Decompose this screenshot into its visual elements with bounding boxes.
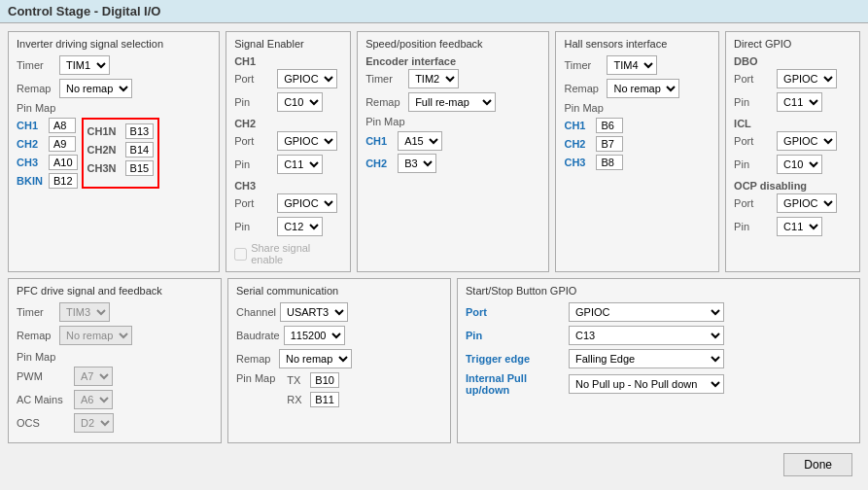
icl-pin-label: Pin: [734, 158, 773, 170]
tx-value: B10: [310, 372, 339, 388]
se-ch2-port-select[interactable]: GPIOC: [277, 131, 337, 151]
se-ch2-pin-select[interactable]: C11: [277, 155, 323, 174]
pfc-pin-map-title: Pin Map: [17, 351, 114, 363]
serial-pin-map-title: Pin Map: [236, 372, 275, 384]
title-bar: Control Stage - Digital I/O: [0, 0, 868, 23]
se-port-label: Port: [234, 73, 273, 85]
dbo-pin-label: Pin: [734, 96, 773, 108]
speed-remap-select[interactable]: Full re-map: [408, 92, 496, 112]
startstop-pin-select[interactable]: C13: [569, 326, 724, 345]
dbo-title: DBO: [734, 55, 851, 67]
se-ch3-pin-select[interactable]: C12: [277, 217, 323, 236]
rx-label: RX: [287, 394, 306, 405]
hall-panel: Hall sensors interface Timer TIM4 Remap …: [555, 31, 719, 272]
ch2-label: CH2: [17, 138, 46, 150]
pfc-pwm-select[interactable]: A7: [74, 367, 113, 386]
trigger-edge-label: Trigger edge: [466, 353, 563, 365]
se-ch3-port-label: Port: [234, 197, 273, 209]
speed-timer-label: Timer: [365, 73, 404, 85]
hall-pin-map-title: Pin Map: [564, 102, 711, 114]
ch-n-box: CH1N B13 CH2N B14 CH3N B15: [82, 118, 160, 189]
speed-pin-map-title: Pin Map: [365, 116, 540, 127]
pfc-remap-label: Remap: [17, 330, 55, 341]
startstop-port-label: Port: [466, 306, 563, 318]
se-ch3-port-select[interactable]: GPIOC: [277, 193, 337, 213]
ch2-value: A9: [49, 136, 76, 152]
ch2-section-title: CH2: [234, 118, 342, 129]
pin-row-ch3n: CH3N B15: [87, 160, 155, 176]
pfc-ocs-label: OCS: [17, 417, 70, 429]
pfc-ocs-select[interactable]: D2: [74, 413, 114, 433]
ocp-pin-select[interactable]: C11: [777, 217, 822, 236]
speed-ch1-label: CH1: [365, 135, 395, 147]
tx-label: TX: [287, 374, 306, 386]
pin-row-ch2n: CH2N B14: [87, 142, 155, 158]
hall-ch3-label: CH3: [564, 157, 593, 168]
speed-ch2-select[interactable]: B3: [398, 154, 436, 173]
speed-title: Speed/position feedback: [365, 38, 540, 50]
hall-title: Hall sensors interface: [564, 38, 711, 50]
icl-port-select[interactable]: GPIOC: [777, 131, 837, 151]
ocp-port-label: Port: [734, 197, 773, 209]
icl-pin-select[interactable]: C10: [777, 155, 822, 174]
pfc-panel: PFC drive signal and feedback Timer TIM3…: [8, 278, 222, 443]
se-ch2-pin-label: Pin: [234, 158, 273, 170]
speed-timer-select[interactable]: TIM2: [408, 69, 459, 88]
pin-row-bkin: BKIN B12: [17, 173, 78, 189]
hall-timer-select[interactable]: TIM4: [607, 55, 657, 75]
remap-label: Remap: [17, 83, 55, 94]
pin-row-ch2: CH2 A9: [17, 136, 78, 152]
pfc-title: PFC drive signal and feedback: [17, 285, 213, 297]
dbo-pin-select[interactable]: C11: [777, 92, 822, 112]
direct-gpio-panel: Direct GPIO DBO Port GPIOC Pin C11 ICL P…: [725, 31, 860, 272]
se-pin-label: Pin: [234, 96, 273, 108]
inverter-title: Inverter driving signal selection: [17, 38, 211, 50]
pfc-remap-select[interactable]: No remap: [59, 326, 132, 345]
serial-baudrate-select[interactable]: 115200: [284, 326, 345, 345]
ch3n-label: CH3N: [87, 162, 122, 174]
hall-remap-label: Remap: [564, 83, 603, 94]
se-ch1-pin-select[interactable]: C10: [277, 92, 323, 112]
ocp-pin-label: Pin: [734, 221, 773, 232]
timer-label: Timer: [17, 59, 55, 71]
pfc-ac-mains-label: AC Mains: [17, 394, 70, 405]
speed-ch2-label: CH2: [365, 158, 395, 169]
pfc-ac-mains-select[interactable]: A6: [74, 390, 113, 409]
share-signal-checkbox[interactable]: [234, 248, 247, 261]
trigger-edge-select[interactable]: Falling Edge: [569, 349, 724, 368]
se-ch3-pin-label: Pin: [234, 221, 273, 232]
ch3n-value: B15: [125, 160, 155, 176]
hall-timer-label: Timer: [564, 59, 603, 71]
hall-ch1-label: CH1: [564, 120, 593, 131]
pullup-select[interactable]: No Pull up - No Pull down: [569, 374, 724, 394]
se-ch2-port-label: Port: [234, 135, 273, 147]
share-signal-label: Share signal enable: [251, 242, 342, 265]
pin-row-ch1: CH1 A8: [17, 118, 78, 133]
pin-row-ch1n: CH1N B13: [87, 123, 155, 139]
pfc-pwm-label: PWM: [17, 370, 70, 382]
serial-title: Serial communication: [236, 285, 442, 297]
ocp-port-select[interactable]: GPIOC: [777, 193, 837, 213]
serial-remap-select[interactable]: No remap: [279, 349, 352, 368]
speed-remap-label: Remap: [365, 96, 404, 108]
timer-select[interactable]: TIM1: [59, 55, 110, 75]
ch2n-value: B14: [125, 142, 155, 158]
encoder-title: Encoder interface: [365, 55, 540, 67]
hall-remap-select[interactable]: No remap: [607, 79, 679, 98]
serial-channel-select[interactable]: USART3: [280, 302, 348, 322]
ch1n-label: CH1N: [87, 125, 122, 137]
dbo-port-select[interactable]: GPIOC: [777, 69, 837, 88]
ch3-label: CH3: [17, 157, 46, 168]
hall-ch3-value: B8: [596, 155, 623, 170]
pfc-timer-select[interactable]: TIM3: [59, 302, 110, 322]
startstop-port-select[interactable]: GPIOC: [569, 302, 724, 322]
ch1-label: CH1: [17, 120, 46, 131]
speed-ch1-select[interactable]: A15: [398, 131, 442, 151]
done-button[interactable]: Done: [783, 453, 852, 476]
serial-remap-label: Remap: [236, 353, 275, 365]
se-ch1-port-select[interactable]: GPIOC: [277, 69, 337, 88]
ch3-section-title: CH3: [234, 180, 342, 192]
remap-select[interactable]: No remap: [59, 79, 132, 98]
ch1n-value: B13: [125, 123, 155, 139]
icl-port-label: Port: [734, 135, 773, 147]
